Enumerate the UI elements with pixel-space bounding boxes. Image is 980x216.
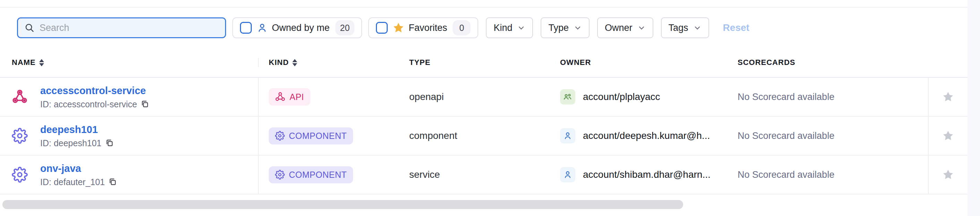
filter-bar: Owned by me 20 Favorites 0 Kind Type Own… — [0, 8, 967, 48]
column-header-name[interactable]: NAME — [12, 58, 44, 67]
catalog-panel: Owned by me 20 Favorites 0 Kind Type Own… — [0, 0, 967, 216]
owner-value: account/deepesh.kumar@h... — [583, 130, 710, 141]
api-icon — [275, 92, 285, 102]
entity-name-link[interactable]: deepesh101 — [40, 123, 114, 136]
entity-id: ID: deepesh101 — [40, 138, 102, 148]
search-input[interactable] — [40, 22, 219, 34]
horizontal-scrollbar-track[interactable] — [0, 195, 967, 216]
kind-badge-label: COMPONENT — [289, 131, 347, 141]
chevron-down-icon — [693, 24, 702, 32]
favorites-filter[interactable]: Favorites 0 — [368, 18, 478, 38]
kind-badge: COMPONENT — [269, 166, 353, 183]
favorite-star-button[interactable] — [942, 91, 955, 103]
owner-value: account/plplayacc — [583, 91, 660, 102]
tags-dropdown-label: Tags — [668, 22, 688, 34]
entity-id: ID: accesscontrol-service — [40, 99, 137, 109]
top-divider — [0, 0, 967, 8]
copy-icon[interactable] — [108, 178, 117, 187]
sort-icon[interactable] — [292, 59, 297, 66]
owned-by-me-filter[interactable]: Owned by me 20 — [232, 18, 362, 38]
horizontal-scrollbar-thumb[interactable] — [2, 200, 683, 209]
owned-by-me-count: 20 — [335, 20, 355, 35]
owned-by-me-label: Owned by me — [272, 22, 330, 34]
user-icon — [560, 167, 575, 182]
column-header-type: TYPE — [409, 58, 430, 67]
owner-value: account/shibam.dhar@harn... — [583, 169, 711, 180]
search-icon — [24, 22, 35, 33]
api-icon — [12, 89, 28, 105]
owner-dropdown-label: Owner — [605, 22, 633, 34]
chevron-down-icon — [574, 24, 582, 32]
table-row: deepesh101 ID: deepesh101 COMPONENT — [0, 117, 967, 155]
owner-dropdown[interactable]: Owner — [597, 18, 653, 38]
favorite-star-icon — [393, 22, 404, 34]
tags-dropdown[interactable]: Tags — [661, 18, 709, 38]
copy-icon[interactable] — [140, 100, 150, 109]
favorites-checkbox[interactable] — [376, 22, 388, 34]
favorites-label: Favorites — [409, 22, 447, 34]
scorecard-status: No Scorecard available — [738, 170, 834, 180]
table-row: accesscontrol-service ID: accesscontrol-… — [0, 78, 967, 117]
type-dropdown[interactable]: Type — [541, 18, 590, 38]
kind-dropdown-label: Kind — [493, 22, 512, 34]
type-dropdown-label: Type — [548, 22, 569, 34]
scorecard-status: No Scorecard available — [738, 92, 834, 102]
favorite-star-button[interactable] — [942, 168, 955, 181]
kind-badge: COMPONENT — [269, 128, 353, 144]
favorite-star-button[interactable] — [942, 130, 955, 142]
column-header-scorecards: SCORECARDS — [738, 58, 795, 67]
owned-by-me-checkbox[interactable] — [240, 22, 252, 34]
gear-icon — [12, 128, 28, 144]
group-icon — [560, 89, 575, 104]
favorites-count: 0 — [453, 20, 471, 35]
gear-icon — [12, 167, 28, 182]
type-value: service — [409, 169, 440, 180]
type-value: openapi — [409, 91, 444, 102]
kind-badge: API — [269, 88, 310, 106]
type-value: component — [409, 130, 457, 141]
gear-icon — [275, 131, 285, 141]
column-header-owner: OWNER — [560, 58, 591, 67]
table-header-row: NAME KIND TYPE OWNER SCORECARDS — [0, 48, 967, 78]
entity-id: ID: defauter_101 — [40, 177, 105, 187]
reset-button[interactable]: Reset — [723, 22, 749, 34]
gear-icon — [275, 170, 285, 179]
search-box[interactable] — [17, 18, 226, 38]
column-header-kind[interactable]: KIND — [269, 58, 297, 67]
entity-name-link[interactable]: accesscontrol-service — [40, 85, 150, 97]
scorecard-status: No Scorecard available — [738, 131, 834, 141]
copy-icon[interactable] — [105, 139, 114, 147]
sort-icon[interactable] — [39, 59, 44, 66]
kind-dropdown[interactable]: Kind — [486, 18, 533, 38]
table-row: onv-java ID: defauter_101 COMPONENT — [0, 155, 967, 194]
chevron-down-icon — [517, 24, 525, 32]
person-icon — [257, 22, 268, 34]
kind-badge-label: API — [290, 92, 304, 102]
kind-badge-label: COMPONENT — [289, 170, 347, 180]
chevron-down-icon — [637, 24, 646, 32]
user-icon — [560, 128, 575, 143]
entity-name-link[interactable]: onv-java — [40, 162, 117, 175]
catalog-table: NAME KIND TYPE OWNER SCORECARDS — [0, 48, 967, 194]
